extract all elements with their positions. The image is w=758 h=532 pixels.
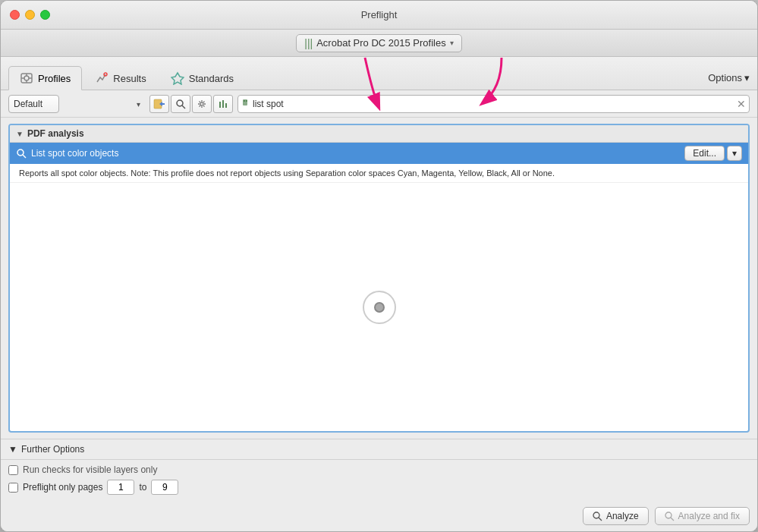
svg-rect-16 [225, 103, 227, 108]
section-header: ▼ PDF analysis [10, 125, 748, 143]
preflight-pages-label: Preflight only pages [23, 482, 102, 493]
content-area: ▼ PDF analysis List spot color objects E… [1, 118, 757, 439]
svg-rect-15 [222, 100, 224, 108]
visible-layers-row: Run checks for visible layers only [8, 464, 750, 475]
standards-icon [171, 71, 184, 85]
analyze-label: Analyze [606, 511, 639, 521]
visible-layers-label: Run checks for visible layers only [23, 464, 157, 475]
options-button[interactable]: Options ▾ [708, 72, 750, 83]
spinner-inner [374, 302, 385, 313]
svg-marker-7 [171, 73, 184, 84]
preflight-window: Preflight ||| Acrobat Pro DC 2015 Profil… [0, 0, 758, 532]
svg-rect-19 [246, 100, 247, 102]
profile-description: Reports all spot color objects. Note: Th… [10, 164, 748, 183]
profile-dropdown[interactable]: ||| Acrobat Pro DC 2015 Profiles ▾ [296, 34, 461, 52]
profiles-icon [20, 71, 33, 85]
profile-item-left: List spot color objects [16, 148, 118, 159]
window-title: Preflight [361, 9, 398, 20]
profile-item-row: List spot color objects Edit... ▾ [10, 143, 748, 164]
section-toggle-icon[interactable]: ▼ [16, 130, 24, 138]
edit-button[interactable]: Edit... [684, 146, 725, 161]
further-options-header[interactable]: ▼ Further Options [1, 439, 757, 460]
spinner-circle [363, 291, 396, 324]
further-options-label: Further Options [21, 444, 84, 455]
tab-standards-label: Standards [189, 73, 234, 84]
close-button[interactable] [10, 10, 20, 20]
search-icon-button[interactable] [171, 95, 190, 113]
svg-point-20 [17, 150, 24, 156]
options-chevron-icon: ▾ [744, 72, 750, 83]
options-label: Options [708, 72, 742, 83]
tab-profiles[interactable]: Profiles [8, 66, 82, 90]
svg-line-12 [182, 105, 185, 109]
more-button[interactable]: ▾ [727, 146, 742, 161]
profile-dropdown-label: Acrobat Pro DC 2015 Profiles [316, 37, 446, 49]
further-options-body: Run checks for visible layers only Prefl… [1, 460, 757, 501]
filter-select[interactable]: Default [8, 95, 59, 113]
chevron-down-icon: ▾ [450, 39, 454, 47]
maximize-button[interactable] [40, 10, 50, 20]
bottom-bar-wrap: ▼ Further Options Run checks for visible… [1, 439, 757, 531]
preflight-pages-checkbox[interactable] [8, 483, 18, 493]
analyze-fix-icon [665, 512, 675, 521]
profile-list-box: ▼ PDF analysis List spot color objects E… [8, 124, 750, 433]
svg-point-22 [593, 512, 599, 518]
results-icon [95, 71, 109, 85]
toolbar-row: Default [1, 90, 757, 118]
search-item-icon [16, 148, 27, 159]
title-bar: Preflight [1, 1, 757, 30]
search-clear-icon[interactable]: ✕ [737, 99, 746, 109]
profile-item-label: List spot color objects [31, 148, 118, 159]
tabs-bar: Profiles Results Standards Options ▾ [1, 57, 757, 90]
tab-standards[interactable]: Standards [159, 66, 245, 90]
svg-rect-10 [162, 103, 165, 105]
search-bar: ✕ [237, 95, 750, 113]
analyze-fix-button[interactable]: Analyze and fix [655, 507, 750, 525]
analyze-icon [593, 512, 602, 521]
pages-to-input[interactable] [151, 480, 178, 495]
content-empty [10, 183, 748, 431]
tab-results-label: Results [113, 73, 146, 84]
svg-line-23 [599, 518, 602, 521]
minimize-button[interactable] [25, 10, 35, 20]
svg-line-21 [23, 155, 26, 158]
chart-icon-button[interactable] [213, 95, 233, 113]
svg-line-25 [671, 518, 674, 521]
filter-select-wrap: Default [8, 95, 145, 113]
analyze-fix-label: Analyze and fix [678, 511, 740, 521]
bar-chart-icon: ||| [304, 37, 313, 49]
svg-point-13 [200, 102, 203, 105]
traffic-lights [10, 10, 50, 20]
search-bar-icon [241, 98, 250, 109]
settings-icon-button[interactable] [192, 95, 212, 113]
profile-item-actions: Edit... ▾ [684, 146, 742, 161]
tab-results[interactable]: Results [83, 66, 157, 90]
bottom-actions: Analyze Analyze and fix [583, 507, 750, 525]
svg-point-1 [24, 76, 29, 80]
visible-layers-checkbox[interactable] [8, 465, 18, 475]
bottom-area: ▼ Further Options Run checks for visible… [1, 439, 757, 531]
svg-point-11 [177, 100, 183, 106]
profile-bar: ||| Acrobat Pro DC 2015 Profiles ▾ [1, 30, 757, 57]
section-label: PDF analysis [27, 128, 84, 139]
analyze-button[interactable]: Analyze [583, 507, 649, 525]
search-input[interactable] [253, 99, 737, 109]
import-icon-button[interactable] [149, 95, 169, 113]
pages-from-input[interactable] [107, 480, 134, 495]
tab-profiles-label: Profiles [38, 73, 71, 84]
further-options-toggle-icon: ▼ [8, 444, 17, 455]
svg-rect-18 [244, 100, 245, 102]
svg-rect-14 [219, 102, 221, 108]
svg-point-24 [665, 512, 672, 518]
toolbar-icons [149, 95, 233, 113]
to-label: to [139, 482, 146, 493]
pages-row: Preflight only pages to [8, 480, 750, 495]
